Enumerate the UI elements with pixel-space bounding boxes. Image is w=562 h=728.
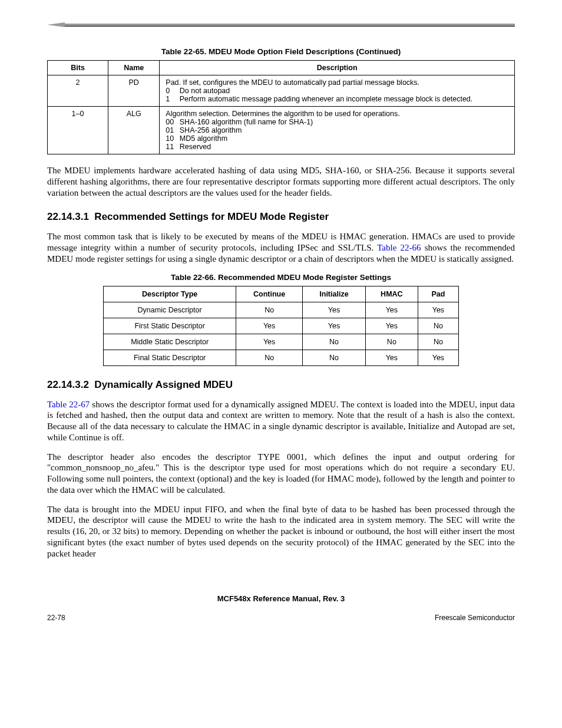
th-name: Name xyxy=(108,61,160,75)
footer-company: Freescale Semiconductor xyxy=(435,614,515,622)
th-init: Initialize xyxy=(303,286,365,302)
cell-name: ALG xyxy=(108,107,160,154)
paragraph: The most common task that is likely to b… xyxy=(47,231,515,264)
footer-row: 22-78 Freescale Semiconductor xyxy=(47,614,515,622)
cell-desc: Pad. If set, configures the MDEU to auto… xyxy=(160,75,515,107)
table-2: Descriptor Type Continue Initialize HMAC… xyxy=(103,286,458,366)
table-row: First Static DescriptorYesYesYesNo xyxy=(104,318,458,334)
paragraph: Table 22-67 shows the descriptor format … xyxy=(47,399,515,443)
table-2-caption: Table 22-66. Recommended MDEU Mode Regis… xyxy=(47,273,515,282)
cell-name: PD xyxy=(108,75,160,107)
th-type: Descriptor Type xyxy=(104,286,236,302)
cell-bits: 2 xyxy=(48,75,108,107)
table-1-caption: Table 22-65. MDEU Mode Option Field Desc… xyxy=(47,47,515,56)
table-row: Final Static DescriptorNoNoYesYes xyxy=(104,350,458,365)
cell-desc: Algorithm selection. Determines the algo… xyxy=(160,107,515,154)
cross-ref-link[interactable]: Table 22-66 xyxy=(377,243,421,252)
cross-ref-link[interactable]: Table 22-67 xyxy=(47,400,90,409)
paragraph: The MDEU implements hardware accelerated… xyxy=(47,165,515,198)
page-header-rule xyxy=(65,24,515,27)
table-row: 2 PD Pad. If set, configures the MDEU to… xyxy=(48,75,515,107)
th-pad: Pad xyxy=(418,286,459,302)
paragraph: The data is brought into the MDEU input … xyxy=(47,504,515,559)
footer-page-number: 22-78 xyxy=(47,614,65,622)
table-row: 1–0 ALG Algorithm selection. Determines … xyxy=(48,107,515,154)
cell-bits: 1–0 xyxy=(48,107,108,154)
th-bits: Bits xyxy=(48,61,108,75)
footer-doc-title: MCF548x Reference Manual, Rev. 3 xyxy=(47,594,515,603)
paragraph: The descriptor header also encodes the d… xyxy=(47,452,515,496)
table-1: Bits Name Description 2 PD Pad. If set, … xyxy=(47,60,515,154)
table-row: Dynamic DescriptorNoYesYesYes xyxy=(104,302,458,318)
table-row: Middle Static DescriptorYesNoNoNo xyxy=(104,334,458,350)
th-cont: Continue xyxy=(236,286,302,302)
section-heading: 22.14.3.2 Dynamically Assigned MDEU xyxy=(47,379,515,391)
th-desc: Description xyxy=(160,61,515,75)
section-heading: 22.14.3.1 Recommended Settings for MDEU … xyxy=(47,211,515,223)
th-hmac: HMAC xyxy=(365,286,418,302)
